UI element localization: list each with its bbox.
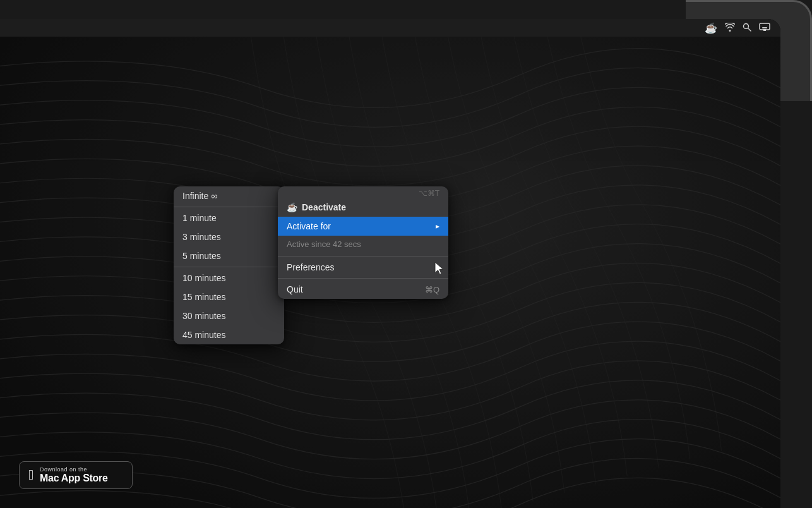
deactivate-label: Deactivate	[302, 202, 346, 212]
submenu-5min[interactable]: 5 minutes	[174, 246, 284, 265]
screenshare-icon[interactable]	[759, 23, 770, 33]
menubar: ☕	[0, 19, 780, 37]
menu-separator-1	[278, 256, 448, 257]
activate-for-menu-item[interactable]: Activate for ▸	[278, 217, 448, 236]
activate-for-submenu: Infinite ∞ 1 minute 3 minutes 5 minutes …	[174, 186, 284, 344]
15min-label: 15 minutes	[182, 292, 225, 302]
submenu-separator-1	[174, 207, 284, 207]
quit-menu-item[interactable]: Quit ⌘Q	[278, 280, 448, 299]
activate-for-label: Activate for	[287, 221, 331, 231]
5min-label: 5 minutes	[182, 251, 221, 261]
submenu-chevron-icon: ▸	[436, 222, 439, 231]
submenu-45min[interactable]: 45 minutes	[174, 325, 284, 344]
keyboard-shortcut: ⌥⌘T	[419, 189, 439, 198]
appstore-badge[interactable]:  Download on the Mac App Store	[19, 461, 133, 489]
10min-label: 10 minutes	[182, 273, 225, 283]
30min-label: 30 minutes	[182, 311, 225, 321]
quit-label: Quit	[287, 284, 303, 294]
search-icon[interactable]	[743, 23, 751, 33]
svg-rect-4	[762, 27, 767, 28]
svg-line-2	[748, 28, 751, 31]
coffee-icon: ☕	[287, 202, 297, 212]
coffee-menu-icon[interactable]: ☕	[705, 22, 717, 34]
svg-rect-3	[760, 23, 770, 30]
menu-separator-2	[278, 278, 448, 279]
submenu-infinite[interactable]: Infinite ∞	[174, 186, 284, 205]
submenu-30min[interactable]: 30 minutes	[174, 306, 284, 325]
mac-app-store-label: Mac App Store	[40, 473, 108, 484]
preferences-chevron-icon: ▸	[436, 263, 439, 272]
preferences-menu-item[interactable]: Preferences ▸	[278, 258, 448, 277]
preferences-label: Preferences	[287, 262, 334, 272]
screen: ☕ ⌥⌘T	[0, 19, 780, 508]
submenu-15min[interactable]: 15 minutes	[174, 287, 284, 306]
apple-logo-icon: 	[28, 467, 33, 483]
45min-label: 45 minutes	[182, 330, 225, 340]
svg-point-1	[744, 23, 749, 28]
submenu-1min[interactable]: 1 minute	[174, 209, 284, 227]
quit-shortcut: ⌘Q	[425, 285, 439, 294]
3min-label: 3 minutes	[182, 232, 221, 242]
submenu-10min[interactable]: 10 minutes	[174, 269, 284, 287]
wifi-icon[interactable]	[725, 23, 735, 33]
context-menu: ⌥⌘T ☕ Deactivate Activate for ▸ Active s…	[278, 186, 448, 299]
submenu-separator-2	[174, 267, 284, 267]
infinite-label: Infinite ∞	[182, 191, 217, 201]
submenu-3min[interactable]: 3 minutes	[174, 227, 284, 246]
1min-label: 1 minute	[182, 213, 217, 223]
appstore-text: Download on the Mac App Store	[40, 466, 108, 484]
svg-rect-5	[763, 29, 766, 31]
active-since-label: Active since 42 secs	[278, 236, 448, 255]
deactivate-menu-item[interactable]: ☕ Deactivate	[278, 198, 448, 217]
download-on-label: Download on the	[40, 466, 108, 473]
